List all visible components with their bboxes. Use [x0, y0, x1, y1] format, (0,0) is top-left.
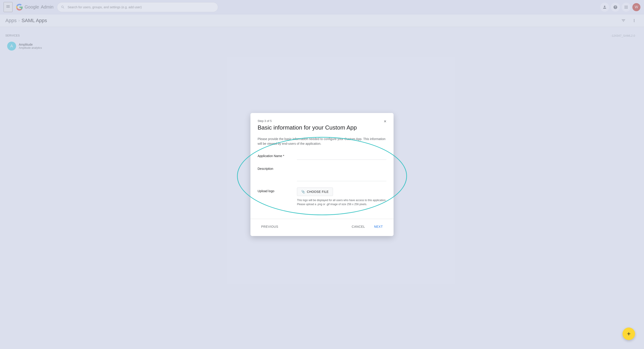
- modal-title: Basic information for your Custom App: [258, 124, 386, 132]
- cancel-button[interactable]: CANCEL: [348, 223, 369, 231]
- modal-footer: PREVIOUS CANCEL NEXT: [250, 219, 394, 236]
- choose-file-button[interactable]: 📎 CHOOSE FILE: [297, 187, 333, 196]
- upload-logo-field: 📎 CHOOSE FILE This logo will be displaye…: [297, 187, 386, 206]
- description-field: [297, 165, 386, 182]
- previous-button[interactable]: PREVIOUS: [258, 223, 282, 231]
- modal-body: Please provide the basic information nee…: [250, 135, 394, 217]
- choose-file-label: CHOOSE FILE: [307, 190, 328, 194]
- app-name-label: Application Name *: [258, 152, 294, 158]
- modal-close-button[interactable]: ×: [381, 117, 389, 126]
- upload-logo-label: Upload logo: [258, 187, 294, 193]
- app-name-input[interactable]: [297, 152, 386, 160]
- modal-step: Step 3 of 5: [258, 119, 386, 123]
- upload-logo-row: Upload logo 📎 CHOOSE FILE This logo will…: [258, 187, 386, 206]
- next-button[interactable]: NEXT: [370, 223, 386, 231]
- file-hint: This logo will be displayed for all user…: [297, 198, 386, 206]
- modal-dialog: Step 3 of 5 Basic information for your C…: [250, 113, 394, 236]
- app-name-row: Application Name *: [258, 152, 386, 160]
- fab-button[interactable]: +: [622, 327, 635, 340]
- paperclip-icon: 📎: [301, 190, 305, 194]
- description-row: Description: [258, 165, 386, 182]
- modal-description: Please provide the basic information nee…: [258, 137, 386, 146]
- app-name-field: [297, 152, 386, 160]
- footer-right-actions: CANCEL NEXT: [348, 223, 386, 231]
- description-textarea[interactable]: [297, 165, 386, 181]
- modal-header: Step 3 of 5 Basic information for your C…: [250, 113, 394, 135]
- description-label: Description: [258, 165, 294, 170]
- fab-icon: +: [627, 330, 630, 337]
- modal-overlay: Step 3 of 5 Basic information for your C…: [0, 0, 644, 349]
